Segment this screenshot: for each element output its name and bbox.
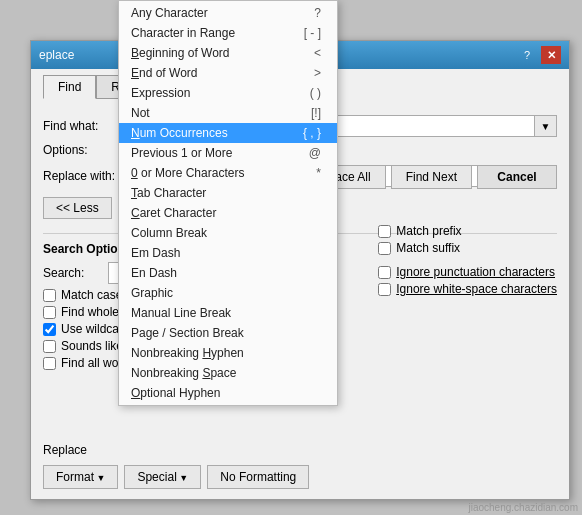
menu-item-nonbreaking-space[interactable]: Nonbreaking Space: [119, 363, 337, 383]
menu-item-shortcut: <: [314, 46, 321, 60]
menu-item-label: Column Break: [131, 226, 207, 240]
special-dropdown-menu: Any Character ? Character in Range [ - ]…: [118, 0, 338, 406]
checkbox-ignore-whitespace: Ignore white-space characters: [378, 282, 557, 296]
match-prefix-label: Match prefix: [396, 224, 461, 238]
menu-item-label: 0 or More Characters: [131, 166, 244, 180]
match-prefix-checkbox[interactable]: [378, 225, 391, 238]
menu-item-optional-hyphen[interactable]: Optional Hyphen: [119, 383, 337, 403]
menu-item-character-in-range[interactable]: Character in Range [ - ]: [119, 23, 337, 43]
menu-item-label: Any Character: [131, 6, 208, 20]
menu-item-label: End of Word: [131, 66, 198, 80]
ignore-punct-checkbox[interactable]: [378, 266, 391, 279]
checkbox-ignore-punct: Ignore punctuation characters: [378, 265, 557, 279]
menu-item-manual-line-break[interactable]: Manual Line Break: [119, 303, 337, 323]
find-dropdown-btn[interactable]: ▼: [535, 115, 557, 137]
menu-item-shortcut: *: [316, 166, 321, 180]
menu-item-label: Num Occurrences: [131, 126, 228, 140]
menu-item-em-dash[interactable]: Em Dash: [119, 243, 337, 263]
menu-item-label: Manual Line Break: [131, 306, 231, 320]
special-button[interactable]: Special: [124, 465, 201, 489]
search-field-label: Search:: [43, 266, 108, 280]
menu-item-tab-character[interactable]: Tab Character: [119, 183, 337, 203]
no-formatting-button[interactable]: No Formatting: [207, 465, 309, 489]
menu-item-any-character[interactable]: Any Character ?: [119, 3, 337, 23]
menu-item-label: Caret Character: [131, 206, 216, 220]
checkbox-match-suffix: Match suffix: [378, 241, 557, 255]
menu-item-label: Page / Section Break: [131, 326, 244, 340]
menu-item-column-break[interactable]: Column Break: [119, 223, 337, 243]
find-all-checkbox[interactable]: [43, 357, 56, 370]
dialog-title: eplace: [39, 48, 74, 62]
menu-item-label: Not: [131, 106, 150, 120]
less-button[interactable]: << Less: [43, 197, 112, 219]
help-button[interactable]: ?: [517, 46, 537, 64]
menu-item-shortcut: { , }: [303, 126, 321, 140]
use-wildcard-checkbox[interactable]: [43, 323, 56, 336]
menu-item-page-section-break[interactable]: Page / Section Break: [119, 323, 337, 343]
menu-item-en-dash[interactable]: En Dash: [119, 263, 337, 283]
menu-item-label: En Dash: [131, 266, 177, 280]
menu-item-label: Optional Hyphen: [131, 386, 220, 400]
menu-item-shortcut: [ - ]: [304, 26, 321, 40]
menu-item-shortcut: ?: [314, 6, 321, 20]
menu-item-0-or-more-characters[interactable]: 0 or More Characters *: [119, 163, 337, 183]
menu-item-num-occurrences[interactable]: Num Occurrences { , }: [119, 123, 337, 143]
titlebar-buttons: ? ✕: [517, 46, 561, 64]
match-case-label: Match case: [61, 288, 122, 302]
match-suffix-checkbox[interactable]: [378, 242, 391, 255]
menu-item-label: Tab Character: [131, 186, 206, 200]
menu-item-nonbreaking-hyphen[interactable]: Nonbreaking Hyphen: [119, 343, 337, 363]
menu-item-label: Nonbreaking Hyphen: [131, 346, 244, 360]
ignore-whitespace-checkbox[interactable]: [378, 283, 391, 296]
menu-item-previous-1-or-more[interactable]: Previous 1 or More @: [119, 143, 337, 163]
menu-item-label: Beginning of Word: [131, 46, 230, 60]
menu-item-end-of-word[interactable]: End of Word >: [119, 63, 337, 83]
menu-item-shortcut: [!]: [311, 106, 321, 120]
menu-item-label: Em Dash: [131, 246, 180, 260]
tab-find[interactable]: Find: [43, 75, 96, 99]
menu-item-label: Character in Range: [131, 26, 235, 40]
format-button[interactable]: Format: [43, 465, 118, 489]
ignore-whitespace-label: Ignore white-space characters: [396, 282, 557, 296]
menu-item-label: Expression: [131, 86, 190, 100]
cancel-button[interactable]: Cancel: [477, 165, 557, 189]
checkbox-match-prefix: Match prefix: [378, 224, 557, 238]
bottom-buttons: Format Special No Formatting: [43, 465, 309, 489]
menu-item-beginning-of-word[interactable]: Beginning of Word <: [119, 43, 337, 63]
menu-item-label: Previous 1 or More: [131, 146, 232, 160]
find-next-button[interactable]: Find Next: [391, 165, 472, 189]
replace-section-label: Replace: [43, 443, 87, 457]
menu-item-shortcut: @: [309, 146, 321, 160]
menu-item-label: Graphic: [131, 286, 173, 300]
match-case-checkbox[interactable]: [43, 289, 56, 302]
menu-item-not[interactable]: Not [!]: [119, 103, 337, 123]
menu-item-label: Nonbreaking Space: [131, 366, 236, 380]
watermark: jiaocheng.chazidian.com: [468, 502, 578, 513]
match-suffix-label: Match suffix: [396, 241, 460, 255]
sounds-like-checkbox[interactable]: [43, 340, 56, 353]
menu-item-expression[interactable]: Expression ( ): [119, 83, 337, 103]
ignore-punct-label: Ignore punctuation characters: [396, 265, 555, 279]
right-options: Match prefix Match suffix Ignore punctua…: [378, 224, 557, 299]
menu-item-shortcut: ( ): [310, 86, 321, 100]
close-button[interactable]: ✕: [541, 46, 561, 64]
find-whole-checkbox[interactable]: [43, 306, 56, 319]
menu-item-graphic[interactable]: Graphic: [119, 283, 337, 303]
menu-item-shortcut: >: [314, 66, 321, 80]
menu-item-caret-character[interactable]: Caret Character: [119, 203, 337, 223]
